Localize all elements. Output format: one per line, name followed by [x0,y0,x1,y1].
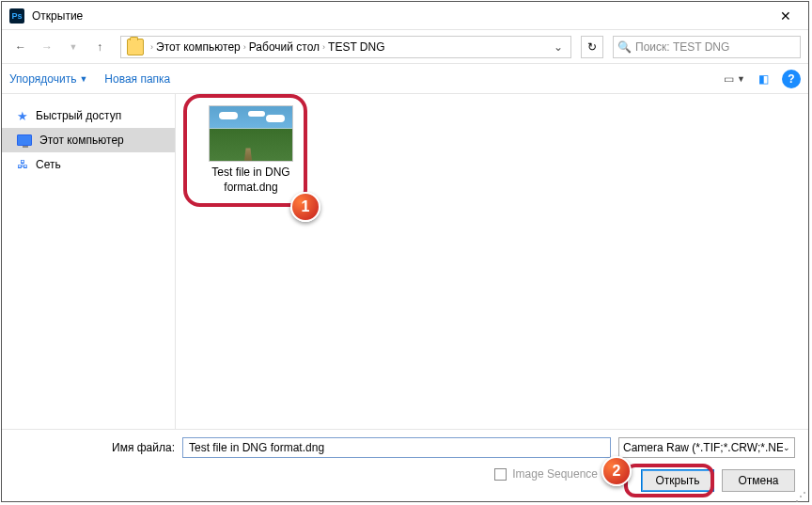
new-folder-button[interactable]: Новая папка [104,72,170,86]
recent-dropdown[interactable]: ▼ [62,36,85,58]
photoshop-icon: Ps [9,8,24,24]
breadcrumb-seg-folder[interactable]: TEST DNG [328,40,384,54]
star-icon: ★ [17,109,28,123]
close-button[interactable]: ✕ [771,5,801,27]
filename-label: Имя файла: [15,441,175,454]
toolbar: Упорядочить▼ Новая папка ▭▼ ◧ ? [2,64,808,94]
forward-button[interactable]: → [36,36,58,58]
annotation-highlight-2 [624,464,714,497]
chevron-right-icon: › [322,42,325,52]
search-icon: 🔍 [617,40,632,54]
filetype-select[interactable]: Camera Raw (*.TIF;*.CRW;*.NEF ⌄ [618,437,795,458]
resize-grip[interactable]: ⋰ [795,494,806,499]
sidebar-item-quickaccess[interactable]: ★ Быстрый доступ [2,103,175,128]
search-placeholder: Поиск: TEST DNG [635,40,729,54]
help-button[interactable]: ? [782,70,801,88]
titlebar: Ps Открытие ✕ [2,2,808,30]
footer: Имя файла: Camera Raw (*.TIF;*.CRW;*.NEF… [2,429,808,501]
sidebar-item-network[interactable]: 🖧 Сеть [2,152,175,177]
chevron-right-icon: › [150,42,153,52]
view-mode-button[interactable]: ▭▼ [724,72,745,86]
layout-icon: ▭ [724,72,734,86]
preview-icon: ◧ [758,72,769,86]
cancel-button[interactable]: Отмена [722,469,795,492]
annotation-marker-1: 1 [290,192,320,222]
preview-pane-button[interactable]: ◧ [758,72,769,86]
sidebar-item-thispc[interactable]: Этот компьютер [2,128,175,152]
breadcrumb-seg-thispc[interactable]: Этот компьютер [156,40,241,54]
breadcrumb-dropdown[interactable]: ⌄ [548,40,569,54]
file-pane[interactable]: Test file in DNG format.dng 1 [176,94,808,429]
chevron-down-icon: ⌄ [783,443,790,452]
folder-icon [127,39,144,55]
filename-input[interactable] [182,437,611,458]
breadcrumb-seg-desktop[interactable]: Рабочий стол [249,40,320,54]
chevron-down-icon: ▼ [79,74,87,84]
sidebar: ★ Быстрый доступ Этот компьютер 🖧 Сеть [2,94,176,429]
network-icon: 🖧 [17,158,28,171]
refresh-button[interactable]: ↻ [581,36,603,58]
back-button[interactable]: ← [9,36,32,58]
chevron-right-icon: › [243,42,246,52]
annotation-highlight-1 [183,94,307,207]
organize-menu[interactable]: Упорядочить▼ [9,72,87,86]
open-dialog: Ps Открытие ✕ ← → ▼ ↑ › Этот компьютер ›… [1,1,809,502]
nav-row: ← → ▼ ↑ › Этот компьютер › Рабочий стол … [2,30,808,64]
computer-icon [17,134,32,146]
window-title: Открытие [32,9,83,23]
up-button[interactable]: ↑ [88,36,111,58]
body: ★ Быстрый доступ Этот компьютер 🖧 Сеть T… [2,94,808,429]
filename-row: Имя файла: Camera Raw (*.TIF;*.CRW;*.NEF… [15,437,795,458]
breadcrumb[interactable]: › Этот компьютер › Рабочий стол › TEST D… [120,36,571,58]
search-input[interactable]: 🔍 Поиск: TEST DNG [613,36,801,58]
chevron-down-icon: ▼ [737,74,745,84]
annotation-marker-2: 2 [601,456,632,486]
